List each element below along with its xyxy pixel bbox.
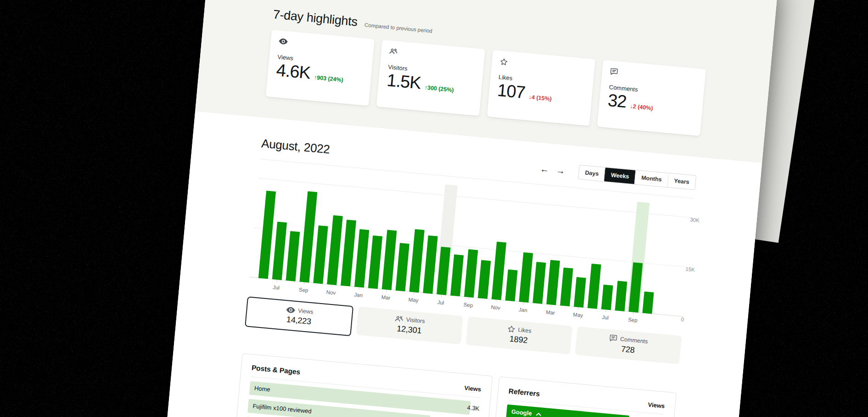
metric-tab-label: Views bbox=[298, 307, 314, 315]
chart-bar[interactable] bbox=[478, 260, 491, 299]
views-column-header: Views bbox=[648, 401, 665, 409]
views-column-header: Views bbox=[464, 384, 482, 393]
referrers-title: Referrers bbox=[508, 387, 540, 398]
comments-highlight-card: Comments 32 ↓2 (40%) bbox=[597, 60, 706, 136]
tab-months[interactable]: Months bbox=[634, 170, 668, 187]
stats-page: 7-day highlights Compared to previous pe… bbox=[157, 0, 778, 417]
metric-tab-value: 1892 bbox=[509, 334, 528, 345]
trend-up-badge: ↑903 (24%) bbox=[314, 74, 344, 84]
tab-years[interactable]: Years bbox=[667, 173, 696, 189]
card-value: 32 bbox=[607, 91, 627, 111]
chart-bar[interactable] bbox=[532, 262, 546, 304]
chart-bar[interactable] bbox=[423, 236, 437, 294]
x-axis-label: Jul bbox=[436, 294, 447, 304]
trend-up-badge: ↑300 (25%) bbox=[424, 84, 454, 93]
eye-icon bbox=[279, 38, 366, 54]
metric-tab-likes[interactable]: Likes 1892 bbox=[465, 316, 572, 354]
chart-bar[interactable] bbox=[601, 285, 613, 310]
y-axis-tick: 15K bbox=[685, 266, 709, 274]
star-icon bbox=[507, 326, 515, 332]
period-controls: ← → Days Weeks Months Years bbox=[536, 161, 696, 190]
metric-tab-label: Visitors bbox=[406, 316, 425, 324]
metric-tab-value: 728 bbox=[621, 344, 635, 355]
chart-bar[interactable] bbox=[546, 260, 560, 305]
star-icon bbox=[499, 58, 587, 74]
previous-period-button[interactable]: ← bbox=[536, 164, 553, 174]
y-axis-tick: 30K bbox=[690, 217, 713, 224]
month-title: August, 2022 bbox=[261, 136, 330, 156]
chart-bar[interactable] bbox=[354, 229, 369, 287]
chart-bar[interactable] bbox=[286, 231, 300, 281]
metric-tab-comments[interactable]: Comments 728 bbox=[575, 327, 682, 364]
x-axis-label: Nov bbox=[326, 284, 337, 293]
x-axis-label: Sep bbox=[628, 312, 638, 321]
chart-bar[interactable] bbox=[505, 269, 518, 301]
posts-pages-title: Posts & Pages bbox=[251, 364, 301, 377]
people-icon bbox=[389, 48, 476, 64]
chart-bar[interactable] bbox=[492, 242, 506, 300]
card-value: 4.6K bbox=[275, 61, 311, 82]
eye-icon bbox=[286, 306, 295, 314]
chart-bar[interactable] bbox=[409, 229, 425, 293]
chart-bar[interactable] bbox=[368, 235, 382, 289]
people-icon bbox=[395, 315, 403, 322]
chart-bar[interactable] bbox=[341, 220, 356, 286]
chart-bar[interactable] bbox=[588, 264, 601, 309]
metric-tab-label: Likes bbox=[518, 327, 532, 334]
chart-bar[interactable] bbox=[272, 222, 287, 280]
chart-bar[interactable] bbox=[519, 252, 533, 302]
metric-tab-views[interactable]: Views 14,223 bbox=[245, 296, 353, 336]
comment-icon bbox=[610, 68, 697, 84]
metric-tab-visitors[interactable]: Visitors 12,301 bbox=[356, 306, 463, 344]
highlights-subtitle: Compared to previous period bbox=[364, 22, 433, 34]
tab-days[interactable]: Days bbox=[578, 165, 605, 181]
y-axis-tick: 0 bbox=[681, 316, 704, 324]
chart-bar[interactable] bbox=[327, 215, 343, 285]
metric-tab-value: 14,223 bbox=[286, 315, 312, 327]
views-highlight-card: Views 4.6K ↑903 (24%) bbox=[266, 30, 375, 106]
detail-cards-row: Posts & Pages Views Home 4.3K Fujifilm x… bbox=[234, 353, 677, 417]
period-tab-group: Days Weeks Months Years bbox=[578, 165, 696, 190]
referrers-card: Referrers Views Google 6.2K bbox=[493, 377, 677, 417]
x-axis-label: Jul bbox=[600, 309, 611, 318]
trend-down-badge: ↓2 (40%) bbox=[630, 103, 653, 111]
x-axis-label: Mar bbox=[546, 304, 556, 313]
x-axis-label: Jul bbox=[271, 279, 282, 288]
card-value: 107 bbox=[497, 81, 526, 102]
visitors-highlight-card: Visitors 1.5K ↑300 (25%) bbox=[376, 40, 485, 116]
chart-bar[interactable] bbox=[642, 292, 654, 314]
x-axis-label: Nov bbox=[491, 299, 501, 309]
posts-pages-card: Posts & Pages Views Home 4.3K Fujifilm x… bbox=[234, 353, 493, 417]
chart-bar[interactable] bbox=[464, 249, 478, 298]
traffic-section: August, 2022 ← → Days Weeks Months Years… bbox=[162, 111, 762, 417]
x-axis-label: Jan bbox=[353, 287, 364, 296]
x-axis-label: Sep bbox=[299, 282, 309, 291]
likes-highlight-card: Likes 107 ↓4 (15%) bbox=[487, 50, 595, 126]
metric-tab-value: 12,301 bbox=[397, 324, 422, 336]
chevron-up-icon[interactable] bbox=[536, 412, 542, 416]
x-axis-label: Sep bbox=[463, 297, 474, 306]
x-axis-label: Jan bbox=[518, 302, 529, 311]
x-axis-label: May bbox=[573, 307, 583, 316]
list-item-label: Google bbox=[511, 405, 532, 417]
list-item-views: 4.3K bbox=[466, 401, 480, 416]
next-period-button[interactable]: → bbox=[552, 165, 569, 175]
chart-bar[interactable] bbox=[382, 230, 397, 290]
chart-bar[interactable] bbox=[313, 225, 328, 284]
x-axis-label: May bbox=[409, 292, 419, 301]
chart-bar[interactable] bbox=[396, 243, 409, 292]
chart-bar[interactable] bbox=[450, 254, 464, 297]
metric-tab-label: Comments bbox=[620, 336, 648, 344]
chart-bar[interactable] bbox=[615, 281, 627, 311]
trend-down-badge: ↓4 (15%) bbox=[528, 94, 552, 102]
tab-weeks[interactable]: Weeks bbox=[604, 167, 636, 185]
chart-bar[interactable] bbox=[574, 277, 586, 307]
comment-icon bbox=[610, 335, 617, 342]
chart-bar[interactable] bbox=[560, 268, 573, 306]
x-axis-label: Mar bbox=[381, 289, 392, 299]
highlights-title: 7-day highlights bbox=[273, 7, 358, 29]
card-value: 1.5K bbox=[386, 71, 421, 92]
